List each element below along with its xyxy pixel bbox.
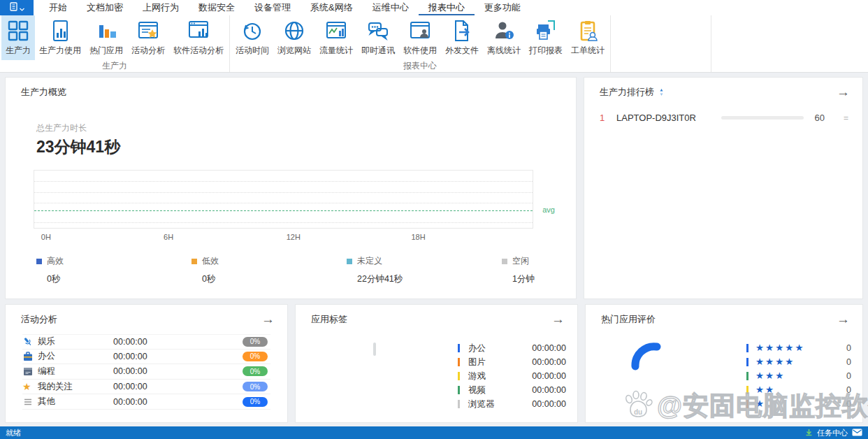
ribbon-button-browse-website[interactable]: 浏览网站 [273,15,315,60]
star-rating: ★★★★★ [755,343,805,353]
ratings-rows: ★★★★★ 0 ★★★★ 0 ★★★ 0 ★★ 0 [746,341,851,411]
legend-value: 1分钟 [512,273,562,285]
ribbon-button-activity-time[interactable]: 活动时间 [231,15,273,60]
rating-color-bar [746,358,748,366]
rating-color-bar [746,372,748,380]
main-content: 生产力概览 总生产力时长 23分钟41秒 avg 0H 6H 12H 18H [0,73,868,426]
rating-color-bar [746,400,748,408]
ribbon-button-label: 活动时间 [236,45,269,57]
menu-items: 开始 文档加密 上网行为 数据安全 设备管理 系统&网络 运维中心 报表中心 更… [39,0,530,15]
ribbon-button-label: 打印报表 [529,45,563,57]
ribbon-button-offline-stats[interactable]: 离线统计 [483,15,525,60]
grid-icon [6,19,30,43]
panel-activity-analysis: 活动分析 → 娱乐 00:00:00 0% 办公 00:00:00 0% [5,304,288,423]
ribbon-button-work-order-stats[interactable]: 工单统计 [567,15,609,60]
ribbon-button-hot-apps[interactable]: 热门应用 [85,15,127,60]
app-menu-button[interactable] [0,0,34,15]
ranking-row[interactable]: 1 LAPTOP-D9J3IT0R 60 = [600,113,848,123]
activity-time: 00:00:00 [113,337,243,347]
activity-label: 办公 [38,350,113,362]
ribbon-button-label: 生产力使用 [39,45,81,57]
microphone-icon [22,336,34,347]
ribbon-button-print-report[interactable]: 打印报表 [525,15,567,60]
ribbon-button-label: 外发文件 [445,45,479,57]
menu-item-device-mgmt[interactable]: 设备管理 [245,0,301,15]
activity-row-entertainment: 娱乐 00:00:00 0% [22,334,270,350]
traffic-chart-icon [324,19,348,43]
legend-label: 高效 [47,255,64,267]
tag-label: 图片 [468,357,486,368]
percent-badge: 0% [243,337,268,347]
menu-item-start[interactable]: 开始 [39,0,77,15]
arrow-right-icon[interactable]: → [551,315,565,324]
message-icon[interactable] [852,429,862,438]
status-ready-text: 就绪 [6,428,21,438]
rating-row-5-star: ★★★★★ 0 [746,341,851,355]
rating-row-1-star: ★ 0 [746,397,851,411]
legend-item-inefficient: 低效 0秒 [191,255,347,285]
menu-item-ops-center[interactable]: 运维中心 [363,0,419,15]
rating-row-2-star: ★★ 0 [746,383,851,397]
avg-label: avg [542,206,555,214]
menu-item-doc-encryption[interactable]: 文档加密 [77,0,133,15]
ribbon-button-productivity-usage[interactable]: 生产力使用 [35,15,85,60]
ribbon-button-label: 离线统计 [487,45,521,57]
ribbon-button-software-usage[interactable]: 软件使用 [399,15,441,60]
ribbon-button-outgoing-files[interactable]: 外发文件 [441,15,483,60]
clipboard-user-icon [576,19,600,43]
panel-title: 热门应用评价 [601,313,656,326]
menu-item-system-network[interactable]: 系统&网络 [301,0,363,15]
status-bar: 就绪 任务中心 [0,426,868,439]
x-tick: 12H [287,233,301,241]
arrow-right-icon[interactable]: → [261,315,275,324]
ribbon-button-instant-messaging[interactable]: 即时通讯 [357,15,399,60]
rating-color-bar [746,386,748,394]
menu-item-report-center[interactable]: 报表中心 [419,0,475,15]
ribbon-group-title: 报表中心 [231,60,609,74]
panel-title: 活动分析 [21,313,57,326]
rating-count: 0 [846,357,851,367]
ribbon-button-traffic-stats[interactable]: 流量统计 [315,15,357,60]
tag-color-bar [458,386,460,394]
window-user-icon [408,19,432,43]
arrow-right-icon[interactable]: → [837,87,850,97]
ribbon-button-productivity[interactable]: 生产力 [1,15,35,60]
ribbon-button-label: 软件使用 [403,45,437,57]
menu-item-data-security[interactable]: 数据安全 [189,0,245,15]
task-center-link[interactable]: 任务中心 [817,428,848,438]
tag-row-office: 办公 00:00:00 [458,341,566,355]
legend-label: 低效 [202,255,219,267]
chart-x-axis: 0H 6H 12H 18H [34,233,533,243]
activity-time: 00:00:00 [113,382,243,391]
ribbon-button-activity-analysis[interactable]: 活动分析 [127,15,169,60]
app-tags-legend: 办公 00:00:00 图片 00:00:00 游戏 00:00:00 视频 0… [458,341,566,411]
percent-badge: 0% [243,397,268,407]
legend-item-idle: 空闲 1分钟 [502,255,562,285]
legend-value: 0秒 [47,273,191,285]
ribbon-button-label: 浏览网站 [277,45,311,57]
ribbon-group-report-center: 活动时间 浏览网站 流量统计 即时通讯 软件使用 外发文件 [230,15,611,72]
activity-time: 00:00:00 [113,366,243,376]
sort-icon[interactable] [658,88,665,96]
x-tick: 6H [164,233,173,241]
caret-down-icon [20,3,24,13]
legend-value: 0秒 [202,273,347,285]
tag-time: 00:00:00 [532,385,566,395]
window-star-icon [136,19,160,43]
window-bars-icon [187,19,210,43]
tag-color-bar [458,344,460,352]
tag-color-bar [458,372,460,380]
activity-time: 00:00:00 [113,397,243,407]
activity-row-office: 办公 00:00:00 0% [22,350,270,365]
legend-swatch [502,259,507,264]
legend-swatch [36,259,42,264]
score-value: 60 [815,113,825,123]
tag-row-games: 游戏 00:00:00 [458,369,566,383]
ribbon-button-software-activity[interactable]: 软件活动分析 [169,15,228,60]
activity-row-my-focus: ★ 我的关注 00:00:00 0% [22,380,270,395]
arrow-right-icon[interactable]: → [837,315,850,324]
menu-item-more-functions[interactable]: 更多功能 [475,0,530,15]
tag-label: 视频 [468,384,486,396]
chart-legend: 高效 0秒 低效 0秒 未定义 22分钟41秒 空闲 1分钟 [36,255,562,285]
menu-item-web-behavior[interactable]: 上网行为 [133,0,189,15]
